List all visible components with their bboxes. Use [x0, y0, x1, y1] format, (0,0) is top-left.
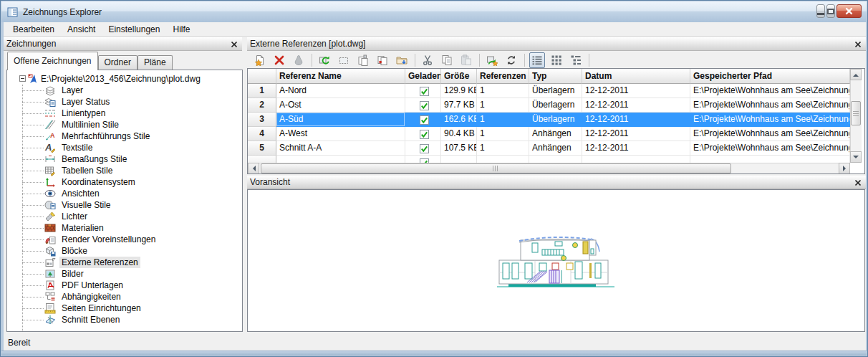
- cell-num[interactable]: 4: [248, 127, 276, 141]
- scroll-right-button[interactable]: [839, 163, 850, 174]
- tree-item-visuelle-stile[interactable]: Visuelle Stile: [7, 199, 242, 211]
- tree-item-mehrfachfuehrungs-stile[interactable]: AMehrfachführungs Stile: [7, 130, 242, 142]
- tree-item-koordinatensystem[interactable]: Koordinatensystem: [7, 176, 242, 188]
- column-header-referenz-name[interactable]: Referenz Name: [276, 69, 405, 84]
- tree-item-bloecke[interactable]: Blöcke: [7, 245, 242, 257]
- cell-name[interactable]: A-Ost: [276, 98, 405, 113]
- refresh-button[interactable]: [503, 52, 519, 68]
- view-tree-button[interactable]: [568, 52, 584, 68]
- loaded-checkbox[interactable]: [420, 87, 429, 96]
- column-header-gespeicherter-pfad[interactable]: Gespeicherter Pfad: [690, 69, 850, 84]
- tree-item-tabellen-stile[interactable]: Tabellen Stile: [7, 165, 242, 176]
- cell-date[interactable]: 12-12-2011: [582, 141, 690, 156]
- paste-button[interactable]: [458, 52, 474, 68]
- cell-type[interactable]: Überlagern: [529, 98, 582, 113]
- cell-path[interactable]: [690, 156, 850, 163]
- detach-button[interactable]: [271, 52, 287, 68]
- tree-item-linientypen[interactable]: Linientypen: [7, 108, 242, 119]
- cell-loaded[interactable]: [405, 84, 441, 98]
- vertical-scrollbar-thumb[interactable]: [851, 101, 861, 125]
- cell-type[interactable]: [529, 156, 582, 163]
- attach-xref-button[interactable]: [252, 52, 268, 68]
- column-header-row-number[interactable]: [248, 69, 276, 84]
- tree-item-externe-referenzen[interactable]: Externe Referenzen: [7, 257, 242, 268]
- cell-name[interactable]: A-West: [276, 127, 405, 141]
- cell-num[interactable]: 5: [248, 141, 276, 156]
- cell-size[interactable]: 162.6 KB: [441, 113, 477, 127]
- tree-item-multilinien-stile[interactable]: Multilinien Stile: [7, 119, 242, 130]
- cell-refs[interactable]: 1: [477, 127, 529, 141]
- tree-item-layer-status[interactable]: Layer Status: [7, 96, 242, 108]
- cell-loaded[interactable]: [405, 98, 441, 113]
- cell-path[interactable]: E:\Projekte\Wohnhaus am See\Zeichnung\A-…: [690, 113, 850, 127]
- table-row-a-sued[interactable]: 3A-Süd162.6 KB1Überlagern12-12-2011E:\Pr…: [248, 113, 850, 127]
- loaded-checkbox[interactable]: [420, 130, 429, 139]
- reload-button[interactable]: [317, 52, 332, 68]
- cut-button[interactable]: [420, 52, 435, 68]
- tab-plaene[interactable]: Pläne: [138, 55, 173, 70]
- tree-item-render-voreinstellungen[interactable]: Render Voreinstellungen: [7, 234, 242, 245]
- cell-type[interactable]: Überlagern: [529, 113, 582, 127]
- cell-path[interactable]: E:\Projekte\Wohnhaus am See\Zeichnung\Sc…: [690, 141, 850, 156]
- scroll-left-button[interactable]: [248, 163, 259, 174]
- table-row-a-nord[interactable]: 1A-Nord129.9 KB1Überlagern12-12-2011E:\P…: [248, 84, 850, 98]
- close-button[interactable]: [836, 4, 862, 18]
- replace-button[interactable]: [484, 52, 500, 68]
- tree-item-abhaengigkeiten[interactable]: Abhängigkeiten: [7, 291, 242, 303]
- cell-type[interactable]: Anhängen: [529, 141, 582, 156]
- bind-button[interactable]: [355, 52, 371, 68]
- table-row-schnitt-a-a[interactable]: 5Schnitt A-A107.5 KB1Anhängen12-12-2011E…: [248, 141, 850, 156]
- table-row-a-ost[interactable]: 2A-Ost97.7 KB1Überlagern12-12-2011E:\Pro…: [248, 98, 850, 113]
- cell-loaded[interactable]: [405, 156, 441, 163]
- cell-num[interactable]: [248, 156, 276, 163]
- tree-item-schnitt-ebenen[interactable]: Schnitt Ebenen: [7, 314, 242, 325]
- cell-num[interactable]: 2: [248, 98, 276, 113]
- tree-item-ansichten[interactable]: Ansichten: [7, 188, 242, 199]
- table-row-a-west[interactable]: 4A-West90.4 KB1Anhängen12-12-2011E:\Proj…: [248, 127, 850, 141]
- unload-button[interactable]: [336, 52, 352, 68]
- menu-bearbeiten[interactable]: Bearbeiten: [6, 23, 61, 36]
- tree-item-materialien[interactable]: Materialien: [7, 222, 242, 234]
- maximize-button[interactable]: [826, 4, 835, 18]
- column-header-groesse[interactable]: Größe: [441, 69, 477, 84]
- close-icon[interactable]: [854, 39, 862, 48]
- horizontal-scrollbar-thumb[interactable]: [261, 163, 731, 173]
- cell-num[interactable]: 3: [248, 113, 276, 127]
- cell-size[interactable]: [441, 156, 477, 163]
- cell-date[interactable]: 12-12-2011: [582, 84, 690, 98]
- cell-name[interactable]: [276, 156, 405, 163]
- column-header-referenzen[interactable]: Referenzen: [477, 69, 529, 84]
- collapse-minus-icon[interactable]: [19, 75, 26, 82]
- loaded-checkbox[interactable]: [420, 101, 429, 110]
- menu-hilfe[interactable]: Hilfe: [166, 23, 196, 36]
- cell-refs[interactable]: 1: [477, 113, 529, 127]
- cell-date[interactable]: 12-12-2011: [582, 98, 690, 113]
- scroll-down-button[interactable]: [850, 151, 862, 163]
- view-icons-button[interactable]: [549, 52, 564, 68]
- cell-refs[interactable]: 1: [477, 98, 529, 113]
- cell-path[interactable]: E:\Projekte\Wohnhaus am See\Zeichnung\A-…: [690, 127, 850, 141]
- tree-item-pdf-unterlagen[interactable]: PDF Unterlagen: [7, 280, 242, 291]
- minimize-button[interactable]: [816, 4, 825, 18]
- menu-ansicht[interactable]: Ansicht: [61, 23, 102, 36]
- cell-size[interactable]: 107.5 KB: [441, 141, 477, 156]
- cell-loaded[interactable]: [405, 113, 441, 127]
- tree-item-bemassungs-stile[interactable]: Bemaßungs Stile: [7, 153, 242, 165]
- cell-size[interactable]: 90.4 KB: [441, 127, 477, 141]
- cell-loaded[interactable]: [405, 141, 441, 156]
- cell-date[interactable]: 12-12-2011: [582, 113, 690, 127]
- scroll-up-button[interactable]: [850, 69, 862, 80]
- tree-item-layer[interactable]: Layer: [7, 85, 242, 96]
- cell-type[interactable]: Anhängen: [529, 127, 582, 141]
- column-header-datum[interactable]: Datum: [582, 69, 690, 84]
- tree-root-plot-dwg[interactable]: E:\Projekte\2013_456\Zeichnung\plot.dwg: [7, 73, 242, 85]
- cell-loaded[interactable]: [405, 127, 441, 141]
- titlebar[interactable]: Zeichnungs Explorer: [1, 1, 867, 22]
- cell-refs[interactable]: 1: [477, 141, 529, 156]
- cell-type[interactable]: Überlagern: [529, 84, 582, 98]
- tree-item-bilder[interactable]: Bilder: [7, 268, 242, 280]
- close-icon[interactable]: [230, 39, 238, 48]
- cell-name[interactable]: Schnitt A-A: [276, 141, 405, 156]
- tab-offene-zeichnungen[interactable]: Offene Zeichnungen: [7, 52, 98, 70]
- cell-size[interactable]: 97.7 KB: [441, 98, 477, 113]
